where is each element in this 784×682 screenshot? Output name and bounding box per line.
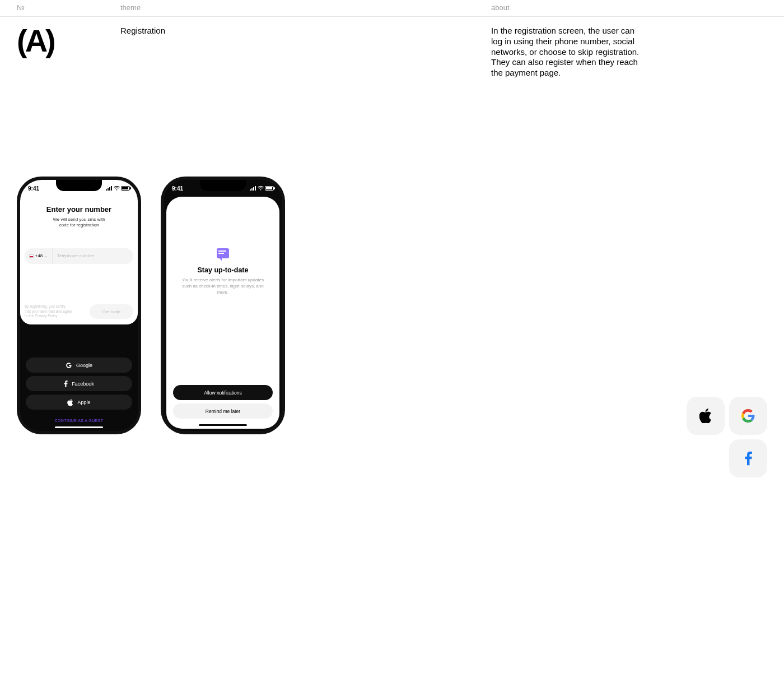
facebook-icon bbox=[745, 451, 752, 466]
google-chip bbox=[729, 397, 767, 435]
google-icon bbox=[66, 362, 72, 369]
status-icons bbox=[250, 186, 274, 191]
signal-icon bbox=[250, 186, 256, 191]
apple-signin-button[interactable]: Apple bbox=[26, 395, 132, 410]
legal-text: By registering, you certify that you hav… bbox=[25, 304, 86, 318]
battery-icon bbox=[265, 186, 274, 191]
facebook-chip bbox=[729, 439, 767, 477]
signal-icon bbox=[106, 186, 113, 191]
svg-rect-4 bbox=[250, 189, 251, 191]
google-signin-button[interactable]: Google bbox=[26, 358, 132, 373]
svg-rect-0 bbox=[106, 189, 107, 191]
phone-registration: 9:41 Enter your number We will send you … bbox=[17, 177, 141, 434]
home-indicator bbox=[55, 426, 103, 428]
get-code-button[interactable]: Get code bbox=[90, 304, 133, 319]
svg-rect-7 bbox=[255, 186, 256, 191]
flag-icon bbox=[29, 254, 34, 258]
enter-number-sub-1: We will send you sms with bbox=[53, 217, 105, 222]
phone-input-card: Enter your number We will send you sms w… bbox=[20, 180, 138, 324]
status-time: 9:41 bbox=[28, 185, 39, 192]
facebook-label: Facebook bbox=[72, 381, 94, 387]
google-label: Google bbox=[76, 363, 92, 368]
battery-icon bbox=[121, 186, 130, 191]
svg-rect-5 bbox=[251, 188, 253, 191]
continue-as-guest-button[interactable]: CONTINUE AS A GUEST bbox=[26, 419, 132, 423]
status-time: 9:41 bbox=[172, 185, 183, 192]
apple-icon bbox=[699, 409, 712, 423]
remind-later-button[interactable]: Remind me later bbox=[173, 403, 273, 419]
phone-input[interactable]: Telephone number bbox=[53, 248, 133, 264]
facebook-icon bbox=[64, 381, 68, 387]
enter-number-sub-2: code for registration bbox=[59, 222, 99, 228]
chevron-down-icon: ⌄ bbox=[44, 254, 48, 258]
wifi-icon bbox=[258, 186, 264, 191]
section-theme: Registration bbox=[120, 22, 491, 78]
apple-label: Apple bbox=[77, 400, 90, 405]
home-indicator bbox=[199, 424, 247, 426]
header-about-label: about bbox=[491, 3, 510, 12]
allow-notifications-button[interactable]: Allow notifications bbox=[173, 385, 273, 400]
wifi-icon bbox=[114, 186, 120, 191]
apple-icon bbox=[67, 399, 73, 406]
enter-number-title: Enter your number bbox=[20, 205, 138, 214]
stay-updated-sub: You'll receive alerts for important upda… bbox=[166, 277, 279, 295]
apple-chip bbox=[687, 397, 725, 435]
svg-rect-6 bbox=[253, 187, 254, 191]
header-theme-label: theme bbox=[120, 3, 491, 12]
country-code: +48 bbox=[35, 253, 43, 258]
facebook-signin-button[interactable]: Facebook bbox=[26, 376, 132, 391]
chat-bubble-icon bbox=[217, 248, 229, 258]
phone-notifications: 9:41 Stay up-to-date You'll receive aler… bbox=[161, 177, 285, 434]
country-code-selector[interactable]: +48 ⌄ bbox=[25, 248, 53, 264]
status-icons bbox=[106, 186, 130, 191]
section-marker: (A) bbox=[17, 22, 120, 78]
google-icon bbox=[741, 409, 755, 423]
section-about: In the registration screen, the user can… bbox=[491, 22, 648, 78]
notch bbox=[56, 180, 102, 191]
header-num-label: № bbox=[17, 3, 120, 12]
svg-rect-3 bbox=[111, 186, 112, 191]
svg-rect-1 bbox=[108, 188, 109, 191]
stay-updated-title: Stay up-to-date bbox=[166, 266, 279, 274]
svg-rect-2 bbox=[109, 187, 110, 191]
notch bbox=[200, 180, 246, 191]
